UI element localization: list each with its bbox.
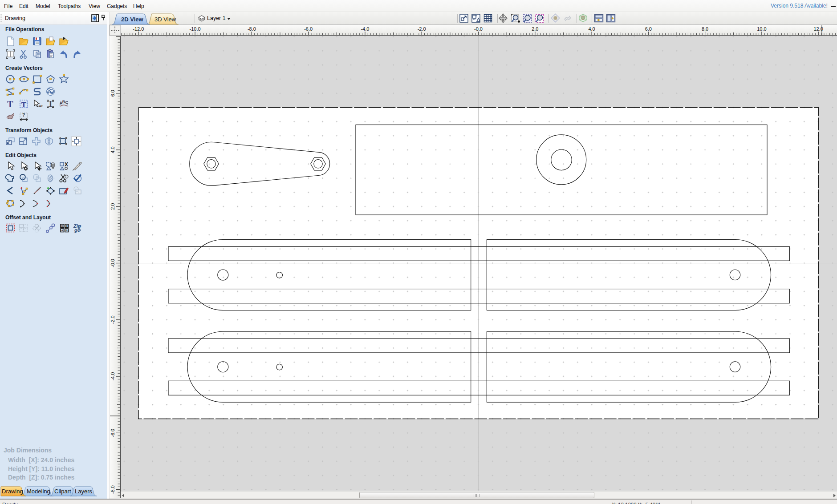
svg-text:-0.0: -0.0 (110, 259, 115, 267)
svg-text:-8.0: -8.0 (110, 485, 115, 494)
svg-text:2.0: 2.0 (110, 203, 115, 210)
svg-text:8.0: 8.0 (702, 26, 708, 32)
svg-text:6.0: 6.0 (645, 26, 652, 32)
svg-text:4.0: 4.0 (110, 146, 115, 153)
svg-text:-12.0: -12.0 (133, 26, 144, 32)
svg-text:-4.0: -4.0 (110, 372, 115, 381)
svg-text:4.0: 4.0 (588, 26, 595, 32)
svg-text:2.0: 2.0 (532, 26, 538, 32)
svg-text:-0.0: -0.0 (474, 26, 483, 32)
svg-text:6.0: 6.0 (110, 90, 115, 97)
svg-text:-10.0: -10.0 (190, 26, 201, 32)
svg-text:-8.0: -8.0 (248, 26, 256, 32)
svg-text:-4.0: -4.0 (361, 26, 369, 32)
svg-text:-2.0: -2.0 (418, 26, 426, 32)
svg-text:-6.0: -6.0 (110, 429, 115, 437)
svg-text:-2.0: -2.0 (110, 315, 115, 324)
svg-text:-6.0: -6.0 (304, 26, 313, 32)
svg-text:10.0: 10.0 (757, 26, 766, 32)
